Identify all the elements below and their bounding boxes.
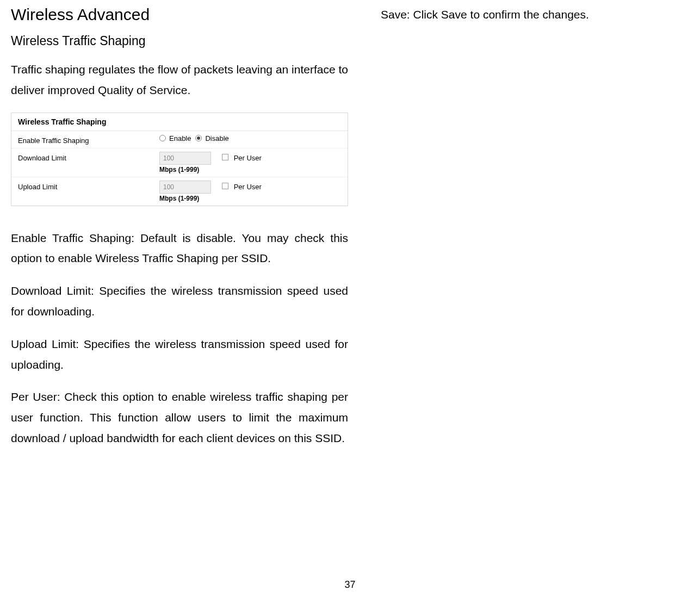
radio-disable-label: Disable xyxy=(205,134,228,142)
upload-input[interactable] xyxy=(159,181,211,194)
download-description: Download Limit: Specifies the wireless t… xyxy=(11,281,348,322)
upload-peruser-checkbox[interactable] xyxy=(222,183,228,189)
enable-radio-group: Enable xyxy=(159,134,191,142)
upload-description: Upload Limit: Specifies the wireless tra… xyxy=(11,334,348,375)
radio-enable-label: Enable xyxy=(169,134,191,142)
peruser-description: Per User: Check this option to enable wi… xyxy=(11,387,348,448)
config-panel: Wireless Traffic Shaping Enable Traffic … xyxy=(11,113,348,206)
radio-enable[interactable] xyxy=(159,135,166,141)
upload-peruser-label: Per User xyxy=(234,183,262,191)
section-heading: Wireless Traffic Shaping xyxy=(11,34,348,48)
download-hint: Mbps (1-999) xyxy=(159,166,262,173)
config-panel-title: Wireless Traffic Shaping xyxy=(11,113,348,131)
download-input[interactable] xyxy=(159,152,211,165)
enable-description: Enable Traffic Shaping: Default is disab… xyxy=(11,228,348,269)
config-row-upload: Upload Limit Per User Mbps (1-999) xyxy=(11,177,348,206)
upload-label: Upload Limit xyxy=(18,181,159,191)
intro-paragraph: Traffic shaping regulates the flow of pa… xyxy=(11,59,348,101)
disable-radio-group: Disable xyxy=(195,134,228,142)
enable-label: Enable Traffic Shaping xyxy=(18,134,159,145)
page-number: 37 xyxy=(344,579,355,591)
radio-disable[interactable] xyxy=(195,135,202,141)
save-description: Save: Click Save to confirm the changes. xyxy=(381,5,689,24)
upload-hint: Mbps (1-999) xyxy=(159,195,262,202)
page-heading: Wireless Advanced xyxy=(11,5,348,24)
download-peruser-label: Per User xyxy=(234,154,262,162)
config-row-download: Download Limit Per User Mbps (1-999) xyxy=(11,148,348,177)
download-peruser-checkbox[interactable] xyxy=(222,154,228,160)
config-row-enable: Enable Traffic Shaping Enable Disable xyxy=(11,131,348,148)
download-label: Download Limit xyxy=(18,152,159,162)
